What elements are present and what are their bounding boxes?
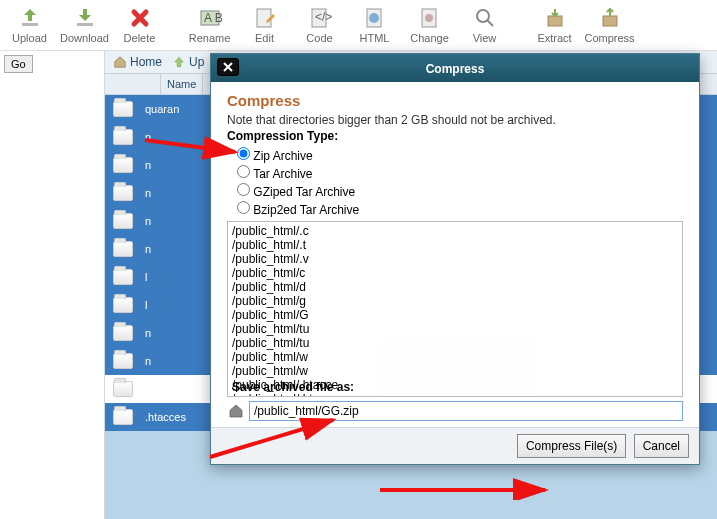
- svg-rect-1: [77, 23, 93, 26]
- radio-tar-input[interactable]: [237, 165, 250, 178]
- svg-point-10: [425, 14, 433, 22]
- compression-type-label: Compression Type:: [227, 129, 683, 143]
- upload-label: Upload: [12, 32, 47, 44]
- cancel-button[interactable]: Cancel: [634, 434, 689, 458]
- extract-label: Extract: [537, 32, 571, 44]
- home-icon: [227, 403, 245, 419]
- folder-icon: [113, 157, 133, 173]
- view-button[interactable]: View: [457, 4, 512, 46]
- delete-button[interactable]: Delete: [112, 4, 167, 46]
- svg-text:A B: A B: [204, 11, 222, 25]
- left-sidebar: Go: [0, 51, 105, 519]
- svg-rect-4: [257, 9, 271, 27]
- upload-button[interactable]: Upload: [2, 4, 57, 46]
- compression-type-group: Zip Archive Tar Archive GZiped Tar Archi…: [237, 147, 683, 217]
- download-button[interactable]: Download: [57, 4, 112, 46]
- download-label: Download: [60, 32, 109, 44]
- svg-rect-13: [603, 16, 617, 26]
- code-button[interactable]: </> Code: [292, 4, 347, 46]
- compress-files-button[interactable]: Compress File(s): [517, 434, 626, 458]
- compress-button[interactable]: Compress: [582, 4, 637, 46]
- html-label: HTML: [360, 32, 390, 44]
- compress-label: Compress: [584, 32, 634, 44]
- save-as-label: Save archived file as:: [232, 380, 354, 394]
- extract-button[interactable]: Extract: [527, 4, 582, 46]
- svg-text:</>: </>: [315, 10, 332, 24]
- folder-icon: [113, 297, 133, 313]
- save-path-input[interactable]: [249, 401, 683, 421]
- change-label: Change: [410, 32, 449, 44]
- breadcrumb-home[interactable]: Home: [113, 55, 162, 69]
- rename-label: Rename: [189, 32, 231, 44]
- html-button[interactable]: HTML: [347, 4, 402, 46]
- dialog-heading: Compress: [227, 92, 683, 109]
- radio-bzip-input[interactable]: [237, 201, 250, 214]
- go-button[interactable]: Go: [4, 55, 33, 73]
- col-name[interactable]: Name: [161, 74, 203, 94]
- dialog-titlebar[interactable]: Compress: [211, 54, 699, 82]
- folder-icon: [113, 269, 133, 285]
- folder-icon: [113, 325, 133, 341]
- radio-gzip[interactable]: GZiped Tar Archive: [237, 183, 683, 199]
- delete-label: Delete: [124, 32, 156, 44]
- radio-tar[interactable]: Tar Archive: [237, 165, 683, 181]
- svg-rect-12: [548, 16, 562, 26]
- view-label: View: [473, 32, 497, 44]
- folder-icon: [113, 213, 133, 229]
- dialog-note: Note that directories bigger than 2 GB s…: [227, 113, 683, 127]
- dialog-title: Compress: [426, 62, 485, 76]
- main-toolbar: Upload Download Delete A B Rename Edit <…: [0, 0, 717, 51]
- edit-label: Edit: [255, 32, 274, 44]
- change-button[interactable]: Change: [402, 4, 457, 46]
- svg-rect-0: [22, 23, 38, 26]
- edit-button[interactable]: Edit: [237, 4, 292, 46]
- close-button[interactable]: [217, 58, 239, 76]
- svg-point-8: [369, 13, 379, 23]
- breadcrumb-up[interactable]: Up: [172, 55, 204, 69]
- radio-gzip-input[interactable]: [237, 183, 250, 196]
- radio-zip-input[interactable]: [237, 147, 250, 160]
- file-icon: [113, 409, 133, 425]
- code-label: Code: [306, 32, 332, 44]
- folder-icon: [113, 381, 133, 397]
- radio-zip[interactable]: Zip Archive: [237, 147, 683, 163]
- redacted-area: [378, 342, 538, 394]
- dialog-footer: Compress File(s) Cancel: [211, 427, 699, 464]
- folder-icon: [113, 353, 133, 369]
- rename-button[interactable]: A B Rename: [182, 4, 237, 46]
- files-listbox[interactable]: /public_html/.c /public_html/.t /public_…: [227, 221, 683, 397]
- folder-icon: [113, 129, 133, 145]
- up-icon: [172, 55, 186, 69]
- compress-dialog: Compress Compress Note that directories …: [210, 53, 700, 465]
- folder-icon: [113, 101, 133, 117]
- folder-icon: [113, 241, 133, 257]
- folder-icon: [113, 185, 133, 201]
- close-icon: [222, 61, 234, 73]
- home-icon: [113, 55, 127, 69]
- radio-bzip[interactable]: Bzip2ed Tar Archive: [237, 201, 683, 217]
